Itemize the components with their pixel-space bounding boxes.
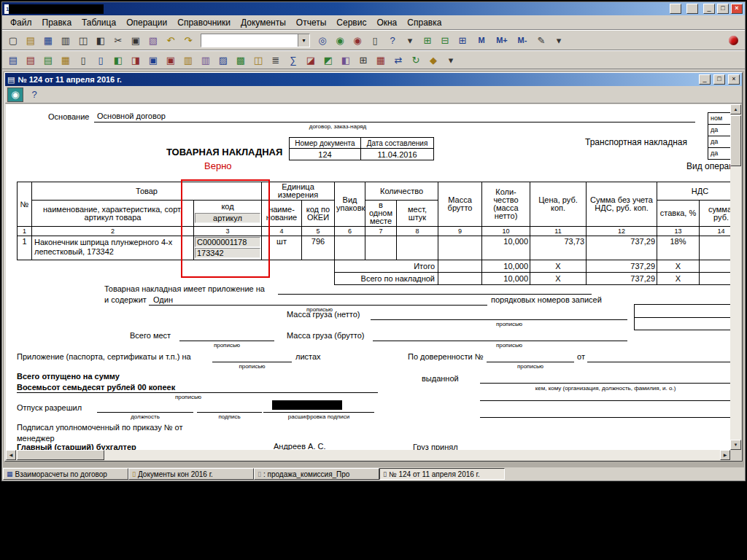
cell-in-one[interactable] xyxy=(365,236,397,260)
new-document-icon[interactable]: ▢ xyxy=(5,33,21,47)
document-invoice-icon[interactable]: ▯ xyxy=(75,52,91,67)
menu-item-windows[interactable]: Окна xyxy=(371,16,402,29)
operation-sum-icon[interactable]: ∑ xyxy=(285,52,301,67)
tab-nakladnaya-124[interactable]: ▯№ 124 от 11 апреля 2016 г. xyxy=(379,468,505,480)
invoice-issued-icon[interactable]: ▥ xyxy=(180,52,196,67)
memory-plus-button[interactable]: М+ xyxy=(492,33,511,47)
menu-item-reports[interactable]: Отчеты xyxy=(291,16,331,29)
table-columns-icon[interactable]: ⊟ xyxy=(437,33,453,47)
journal-operations-icon[interactable]: ▤ xyxy=(5,52,21,67)
report-icon[interactable]: ◪ xyxy=(303,52,319,67)
report-card-icon[interactable]: ◧ xyxy=(338,52,354,67)
journal-postings-icon[interactable]: ▤ xyxy=(23,52,39,67)
dropdown-icon[interactable]: ▾ xyxy=(402,33,418,47)
doc-minimize-button[interactable]: _ xyxy=(699,74,711,85)
redaction-box xyxy=(9,4,104,14)
doc-restore-button[interactable]: □ xyxy=(713,74,725,85)
contractors-icon[interactable]: ▨ xyxy=(215,52,231,67)
cell-name[interactable]: Наконечник шприца плунжерного 4-х лепест… xyxy=(32,236,194,260)
cell-price[interactable]: 73,73 xyxy=(530,236,587,260)
scroll-up-icon[interactable]: ▲ xyxy=(730,104,741,114)
table-cells-icon[interactable]: ⊞ xyxy=(454,33,471,47)
scroll-down-icon[interactable]: ▼ xyxy=(730,440,741,450)
titlebar-extra-button-1[interactable] xyxy=(670,4,681,14)
money-icon[interactable]: ◆ xyxy=(425,52,441,67)
document-window-titlebar[interactable]: ▤ № 124 от 11 апреля 2016 г. _ □ × xyxy=(5,73,742,86)
cash-outcome-icon[interactable]: ◨ xyxy=(128,52,144,67)
find-icon[interactable]: ◎ xyxy=(314,33,330,47)
page-view-icon[interactable]: ◧ xyxy=(93,33,109,47)
warehouse-icon[interactable]: ◫ xyxy=(250,52,266,67)
maximize-button[interactable]: □ xyxy=(717,4,729,14)
cell-sum[interactable]: 737,29 xyxy=(587,236,657,260)
titlebar[interactable]: 1С 1С:Предприятие _ □ × xyxy=(2,2,745,15)
dropdown-icon[interactable]: ▾ xyxy=(551,33,567,47)
paste-icon[interactable]: ▧ xyxy=(145,33,161,47)
horizontal-scrollbar[interactable]: ◀ ▶ xyxy=(6,450,730,460)
goods-receipt-icon[interactable]: ▣ xyxy=(145,52,161,67)
open-icon[interactable]: ▤ xyxy=(23,33,39,47)
menu-item-references[interactable]: Справочники xyxy=(172,16,236,29)
exchange-icon[interactable]: ⇄ xyxy=(390,52,406,67)
tab-vzaimoraschety[interactable]: ▦Взаиморасчеты по договор xyxy=(3,468,128,480)
doc-close-button[interactable]: × xyxy=(728,74,740,85)
menu-item-documents[interactable]: Документы xyxy=(236,16,291,29)
menu-item-edit[interactable]: Правка xyxy=(37,16,77,29)
tools-icon[interactable]: ✎ xyxy=(533,33,549,47)
undo-icon[interactable]: ↶ xyxy=(163,33,179,47)
cell-pack[interactable] xyxy=(335,236,365,260)
cell-mest[interactable] xyxy=(397,236,438,260)
tab-dokumenty-kontragenta[interactable]: ▯Документы кон 2016 г. xyxy=(128,468,254,480)
journal-documents-icon[interactable]: ▤ xyxy=(40,52,56,67)
camera-icon[interactable]: ◉ xyxy=(7,88,23,102)
menu-item-table[interactable]: Таблица xyxy=(77,16,121,29)
cell-okei[interactable]: 796 xyxy=(302,236,335,260)
memory-minus-button[interactable]: М- xyxy=(513,33,532,47)
memory-recall-button[interactable]: М xyxy=(472,33,491,47)
cut-icon[interactable]: ✂ xyxy=(110,33,126,47)
scroll-right-icon[interactable]: ▶ xyxy=(720,450,730,460)
find-prev-icon[interactable]: ◉ xyxy=(349,33,365,47)
invoice-received-icon[interactable]: ▥ xyxy=(198,52,214,67)
toolbar-combobox[interactable]: ▾ xyxy=(201,34,310,47)
menu-item-operations[interactable]: Операции xyxy=(121,16,172,29)
refresh-icon[interactable]: ↻ xyxy=(408,52,424,67)
cell-vat-rate[interactable]: 18% xyxy=(657,236,700,260)
new-window-icon[interactable]: ▯ xyxy=(367,33,383,47)
cell-netto[interactable]: 10,000 xyxy=(482,236,530,260)
goods-sale-icon[interactable]: ▣ xyxy=(163,52,179,67)
dropdown-icon[interactable]: ▾ xyxy=(443,52,459,67)
combobox-dropdown-icon[interactable]: ▾ xyxy=(298,34,309,47)
table-icon[interactable]: ⊞ xyxy=(419,33,436,47)
calculator-icon[interactable]: ⊞ xyxy=(355,52,371,67)
menu-item-help[interactable]: Справка xyxy=(402,16,446,29)
help-icon[interactable]: ? xyxy=(26,88,42,102)
scrollbar-thumb[interactable] xyxy=(17,450,104,460)
minimize-button[interactable]: _ xyxy=(703,4,715,14)
nomenclature-icon[interactable]: ▩ xyxy=(233,52,249,67)
accounts-chart-icon[interactable]: ≣ xyxy=(268,52,284,67)
menu-item-file[interactable]: Файл xyxy=(5,16,37,29)
print-icon[interactable]: ▥ xyxy=(58,33,74,47)
cell-vat-sum[interactable] xyxy=(700,236,730,260)
redo-icon[interactable]: ↷ xyxy=(180,33,196,47)
copy-icon[interactable]: ▣ xyxy=(128,33,144,47)
tab-prodazha-komissiya[interactable]: ▯: продажа_комиссия_Про xyxy=(254,468,379,480)
print-preview-icon[interactable]: ◫ xyxy=(75,33,91,47)
reference-icon[interactable]: ▦ xyxy=(58,52,74,67)
document-payment-icon[interactable]: ▯ xyxy=(93,52,109,67)
save-icon[interactable]: ▦ xyxy=(40,33,56,47)
calendar-icon[interactable]: ▦ xyxy=(373,52,389,67)
scrollbar-thumb[interactable] xyxy=(730,115,741,166)
cell-brutto[interactable] xyxy=(438,236,482,260)
find-next-icon[interactable]: ◉ xyxy=(332,33,348,47)
close-button[interactable]: × xyxy=(731,4,743,14)
titlebar-extra-button-2[interactable] xyxy=(686,4,698,14)
help-icon[interactable]: ? xyxy=(384,33,400,47)
scroll-left-icon[interactable]: ◀ xyxy=(6,450,16,460)
menu-item-service[interactable]: Сервис xyxy=(331,16,371,29)
cell-row-num[interactable]: 1 xyxy=(18,236,32,260)
report-balance-icon[interactable]: ◩ xyxy=(320,52,336,67)
vertical-scrollbar[interactable]: ▲ ▼ xyxy=(730,104,741,450)
cash-income-icon[interactable]: ◧ xyxy=(110,52,126,67)
